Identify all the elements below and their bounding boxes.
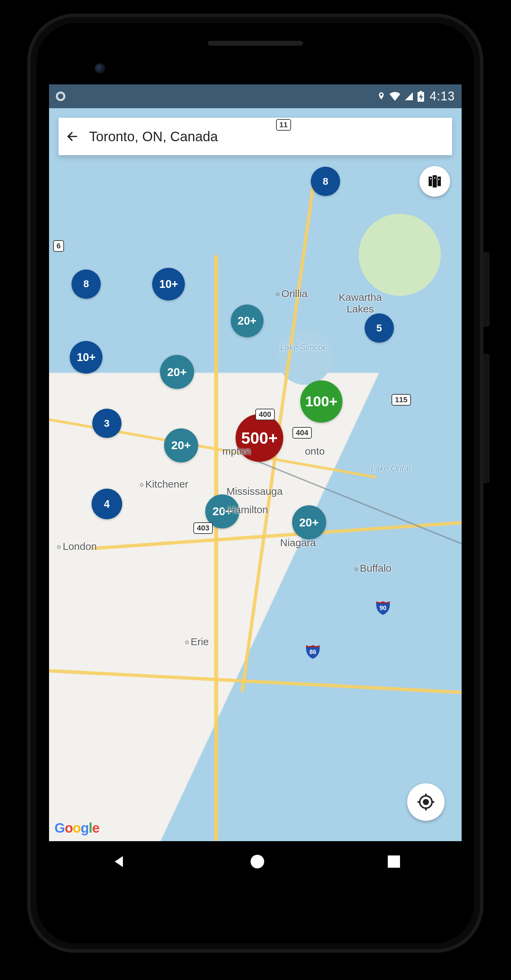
- cluster-marker[interactable]: 8: [311, 167, 340, 196]
- cluster-marker[interactable]: 3: [92, 409, 121, 438]
- phone-speaker: [208, 41, 303, 46]
- crosshair-icon: [417, 793, 435, 811]
- my-location-button[interactable]: [407, 783, 445, 821]
- highway-shield: 11: [276, 119, 291, 130]
- map-view[interactable]: Toronto, ON, Canada: [49, 108, 462, 841]
- search-bar[interactable]: Toronto, ON, Canada: [59, 118, 452, 155]
- cluster-marker[interactable]: 5: [365, 313, 394, 343]
- highway-shield: 403: [193, 522, 213, 534]
- power-button: [484, 252, 490, 327]
- location-icon: [377, 92, 386, 101]
- svg-point-0: [430, 178, 431, 179]
- front-camera: [95, 63, 105, 73]
- cell-signal-icon: [404, 92, 414, 101]
- screen: 4:13 Toronto, ON, Canada: [49, 84, 462, 882]
- city-label: Lake Ontar: [371, 464, 411, 473]
- city-label: onto: [305, 445, 325, 457]
- city-label: Erie: [185, 636, 209, 648]
- phone-frame: 4:13 Toronto, ON, Canada: [27, 14, 484, 953]
- android-nav-bar: [49, 841, 462, 882]
- nav-recents-icon[interactable]: [388, 856, 400, 868]
- google-attribution: Google: [54, 821, 99, 836]
- svg-point-1: [434, 177, 435, 179]
- wifi-icon: [390, 92, 400, 101]
- highway-shield: 404: [293, 427, 312, 439]
- cluster-marker[interactable]: 20+: [164, 428, 198, 463]
- nav-back-icon[interactable]: [111, 853, 127, 870]
- road-decoration: [214, 255, 218, 841]
- map-style-icon: [427, 173, 443, 189]
- nav-home-icon[interactable]: [251, 855, 264, 869]
- city-label: Buffalo: [354, 563, 392, 574]
- highway-shield: 400: [255, 409, 275, 420]
- road-decoration: [91, 520, 462, 550]
- city-label: Mississauga: [226, 485, 283, 497]
- volume-button: [484, 354, 490, 483]
- svg-text:86: 86: [309, 649, 316, 655]
- cluster-marker[interactable]: 10+: [152, 268, 185, 301]
- highway-shield: 115: [392, 394, 411, 406]
- back-arrow-icon[interactable]: [65, 129, 80, 144]
- svg-point-2: [438, 179, 439, 180]
- city-label: Lake Simcoe: [280, 343, 328, 352]
- city-label: mpton: [222, 445, 251, 457]
- map-style-button[interactable]: [419, 166, 450, 197]
- city-label: London: [57, 541, 97, 552]
- highway-shield: 6: [53, 240, 64, 252]
- city-label: Orillia: [276, 288, 308, 299]
- city-label: Niagara: [280, 537, 316, 549]
- cluster-marker[interactable]: 4: [92, 488, 122, 519]
- cluster-marker[interactable]: 8: [72, 269, 101, 299]
- city-label: Kitchener: [140, 479, 189, 490]
- interstate-shield: 90: [375, 599, 391, 616]
- status-app-icon: [56, 92, 65, 101]
- status-clock: 4:13: [430, 89, 455, 103]
- svg-point-3: [423, 799, 429, 805]
- svg-text:90: 90: [380, 605, 387, 611]
- cluster-marker[interactable]: 10+: [70, 341, 102, 374]
- cluster-marker[interactable]: 100+: [300, 380, 342, 423]
- road-decoration: [49, 668, 462, 695]
- cluster-marker[interactable]: 20+: [231, 305, 264, 337]
- battery-charging-icon: [417, 91, 424, 102]
- cluster-marker[interactable]: 20+: [292, 505, 326, 539]
- status-bar: 4:13: [49, 84, 462, 108]
- cluster-marker[interactable]: 20+: [160, 355, 194, 389]
- city-label: Kawartha Lakes: [330, 292, 391, 315]
- interstate-shield: 86: [305, 643, 321, 659]
- city-label: Hamilton: [222, 504, 268, 515]
- search-query-text: Toronto, ON, Canada: [89, 129, 218, 144]
